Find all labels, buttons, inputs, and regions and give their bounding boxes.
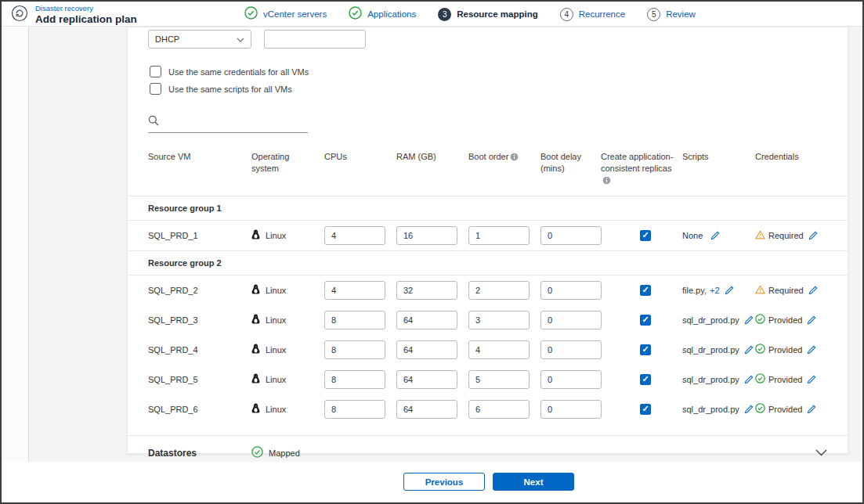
credentials-label: Provided [768, 405, 802, 414]
edit-pencil-icon[interactable] [744, 345, 754, 355]
edit-pencil-icon[interactable] [807, 405, 816, 414]
linux-icon [251, 373, 260, 385]
edit-pencil-icon[interactable] [807, 375, 816, 384]
ram-input[interactable] [396, 311, 457, 329]
ip-type-select[interactable]: DHCP [148, 30, 251, 49]
cpus-input[interactable] [324, 311, 385, 329]
ram-input[interactable] [396, 400, 457, 419]
wizard-stepper: vCenter servers Applications 3 Resource … [244, 2, 696, 27]
scripts-label: sql_dr_prod.py [682, 315, 739, 325]
col-os: Operating system [251, 151, 324, 175]
linux-icon [251, 229, 260, 241]
ip-value-input[interactable] [264, 30, 366, 49]
step-label: Recurrence [579, 9, 625, 19]
edit-pencil-icon[interactable] [808, 286, 818, 295]
app-consistent-checkbox[interactable] [640, 404, 651, 415]
step-resource-mapping[interactable]: 3 Resource mapping [438, 8, 538, 21]
edit-pencil-icon[interactable] [710, 231, 720, 240]
info-icon[interactable] [510, 153, 519, 164]
edit-pencil-icon[interactable] [808, 231, 818, 240]
boot-order-input[interactable] [468, 340, 530, 359]
search-icon [148, 115, 159, 129]
cpus-input[interactable] [324, 281, 385, 300]
table-row: SQL_PRD_4 Linux sql_dr_prod.py Provided [128, 335, 848, 365]
scripts-label: sql_dr_prod.py [682, 405, 739, 414]
cpus-input[interactable] [324, 400, 385, 419]
same-credentials-label: Use the same credentials for all VMs [168, 67, 309, 77]
credentials-label: Provided [768, 345, 802, 355]
vm-search [148, 115, 308, 133]
datastores-status: Mapped [251, 446, 300, 459]
edit-pencil-icon[interactable] [807, 345, 816, 355]
app-window: Disaster recovery Add replication plan v… [0, 0, 864, 504]
chevron-down-icon[interactable] [815, 449, 827, 456]
cpus-input[interactable] [324, 226, 385, 245]
ok-icon [755, 373, 765, 385]
col-ram: RAM (GB) [396, 151, 468, 163]
app-consistent-checkbox[interactable] [640, 285, 651, 296]
boot-order-input[interactable] [468, 226, 530, 245]
step-done-check-icon [244, 6, 258, 23]
edit-pencil-icon[interactable] [744, 405, 754, 414]
edit-pencil-icon[interactable] [744, 375, 754, 384]
ram-input[interactable] [396, 340, 457, 359]
boot-order-input[interactable] [468, 400, 530, 419]
source-vm-name: SQL_PRD_2 [148, 286, 251, 295]
step-applications[interactable]: Applications [349, 6, 416, 23]
app-consistent-checkbox[interactable] [640, 315, 651, 326]
boot-delay-input[interactable] [540, 400, 602, 419]
boot-delay-input[interactable] [540, 281, 602, 300]
os-cell: Linux [251, 229, 324, 241]
boot-delay-input[interactable] [540, 370, 602, 389]
ram-input[interactable] [396, 281, 457, 300]
ok-icon [755, 344, 765, 355]
previous-button[interactable]: Previous [403, 473, 485, 491]
os-cell: Linux [251, 403, 324, 415]
edit-pencil-icon[interactable] [807, 315, 816, 325]
footer-buttons: Previous Next [403, 473, 574, 491]
boot-delay-input[interactable] [540, 311, 602, 329]
step-vcenter-servers[interactable]: vCenter servers [244, 6, 327, 23]
same-scripts-checkbox[interactable] [150, 83, 161, 95]
table-row: SQL_PRD_5 Linux sql_dr_prod.py Provided [128, 365, 848, 394]
mapped-label: Mapped [269, 448, 300, 458]
cpus-input[interactable] [324, 340, 385, 359]
linux-icon [251, 284, 260, 296]
edit-pencil-icon[interactable] [725, 286, 734, 295]
app-consistent-checkbox[interactable] [640, 230, 651, 241]
boot-delay-input[interactable] [540, 340, 602, 359]
search-input[interactable] [164, 117, 308, 127]
cpus-input[interactable] [324, 370, 385, 389]
step-label: Review [666, 9, 696, 19]
step-review[interactable]: 5 Review [647, 8, 696, 21]
same-credentials-checkbox[interactable] [150, 66, 161, 77]
breadcrumb[interactable]: Disaster recovery [35, 5, 137, 13]
credentials-label: Required [768, 286, 804, 295]
app-header: Disaster recovery Add replication plan v… [2, 2, 862, 27]
source-vm-name: SQL_PRD_5 [148, 375, 251, 384]
table-row: SQL_PRD_2 Linux file.py, +2 Required [128, 275, 848, 305]
step-label: Resource mapping [457, 9, 538, 19]
chevron-down-icon [237, 34, 244, 44]
app-consistent-checkbox[interactable] [640, 374, 651, 385]
scripts-label: None [682, 231, 703, 240]
boot-delay-input[interactable] [540, 226, 602, 245]
next-button[interactable]: Next [493, 473, 574, 491]
boot-order-input[interactable] [468, 370, 530, 389]
info-icon[interactable] [602, 176, 611, 188]
scripts-label: sql_dr_prod.py [682, 375, 739, 384]
scripts-more-link[interactable]: +2 [710, 286, 720, 295]
ram-input[interactable] [396, 370, 457, 389]
resource-group-header[interactable]: Resource group 1 [128, 196, 848, 221]
disaster-recovery-icon[interactable] [11, 5, 28, 25]
boot-order-input[interactable] [468, 311, 530, 329]
boot-order-input[interactable] [468, 281, 530, 300]
app-consistent-checkbox[interactable] [640, 344, 651, 355]
source-vm-name: SQL_PRD_6 [148, 405, 251, 414]
step-recurrence[interactable]: 4 Recurrence [560, 8, 625, 21]
warning-icon [755, 230, 765, 241]
edit-pencil-icon[interactable] [744, 315, 754, 325]
ram-input[interactable] [396, 226, 457, 245]
resource-group-header[interactable]: Resource group 2 [128, 250, 848, 275]
os-cell: Linux [251, 314, 324, 326]
